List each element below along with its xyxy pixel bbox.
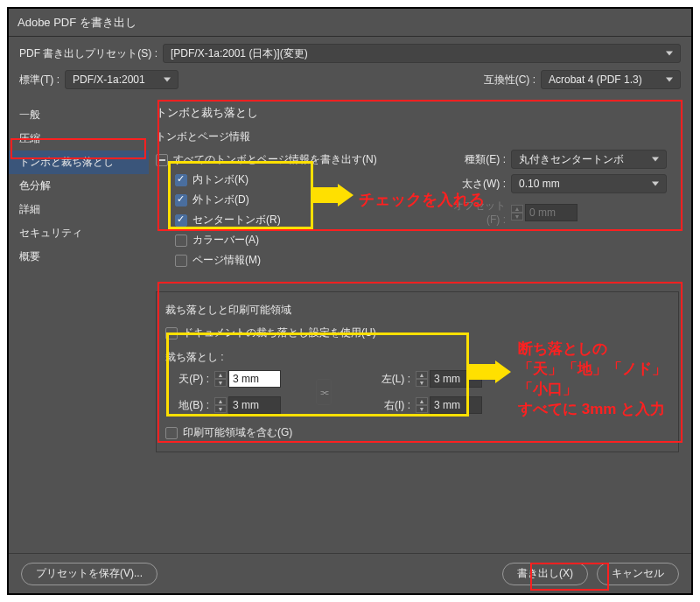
all-marks-checkbox[interactable]	[156, 154, 168, 166]
bleed-right-spinner[interactable]: ▲▼	[416, 396, 482, 414]
marks-offset-label: オフセット(F) :	[448, 199, 511, 226]
marks-offset-input	[525, 204, 578, 221]
sidebar-item-security[interactable]: セキュリティ	[9, 221, 149, 245]
marks-type-label: 種類(E) :	[448, 152, 511, 167]
bleed-left-input[interactable]	[430, 370, 482, 388]
sidebar-item-summary[interactable]: 概要	[9, 245, 149, 269]
up-arrow-icon: ▲	[511, 205, 523, 213]
category-sidebar: 一般 圧縮 トンボと裁ち落とし 色分解 詳細 セキュリティ 概要	[9, 96, 149, 551]
marks-type-value: 丸付きセンタートンボ	[519, 152, 624, 167]
use-doc-bleed-label: ドキュメントの裁ち落とし設定を使用(U)	[183, 326, 376, 340]
cancel-button[interactable]: キャンセル	[597, 563, 679, 585]
compat-value: Acrobat 4 (PDF 1.3)	[549, 74, 642, 86]
bleed-right-input[interactable]	[430, 396, 482, 414]
marks-group-title: トンボとページ情報	[156, 130, 679, 144]
marks-weight-value: 0.10 mm	[519, 178, 560, 190]
standard-label: 標準(T) :	[19, 73, 60, 88]
inner-marks-label: 内トンボ(K)	[192, 172, 248, 187]
colorbar-label: カラーバー(A)	[192, 233, 259, 248]
preset-value: [PDF/X-1a:2001 (日本)](変更)	[171, 46, 308, 61]
save-preset-button[interactable]: プリセットを保存(V)...	[21, 563, 158, 585]
bleed-group-title: 裁ち落としと印刷可能領域	[165, 303, 669, 318]
bleed-left-label: 左(L) :	[367, 372, 416, 387]
outer-marks-label: 外トンボ(D)	[192, 192, 249, 207]
include-slug-label: 印刷可能領域を含む(G)	[183, 425, 292, 440]
panel-title: トンボと裁ち落とし	[156, 105, 679, 121]
sidebar-item-general[interactable]: 一般	[9, 103, 149, 127]
marks-type-dropdown[interactable]: 丸付きセンタートンボ	[511, 150, 667, 169]
bleed-section-label: 裁ち落とし :	[165, 350, 669, 365]
center-marks-label: センタートンボ(R)	[192, 213, 281, 228]
bleed-top-label: 天(P) :	[165, 372, 214, 387]
standard-dropdown[interactable]: PDF/X-1a:2001	[65, 70, 178, 89]
export-button[interactable]: 書き出し(X)	[502, 563, 588, 585]
outer-marks-checkbox[interactable]	[175, 194, 187, 206]
center-marks-checkbox[interactable]	[175, 214, 187, 227]
use-doc-bleed-checkbox[interactable]	[165, 327, 178, 340]
sidebar-item-output[interactable]: 色分解	[9, 174, 149, 198]
bleed-top-spinner[interactable]: ▲▼	[214, 370, 281, 388]
bleed-right-label: 右(I) :	[367, 398, 416, 413]
marks-weight-label: 太さ(W) :	[448, 177, 511, 192]
bleed-bottom-spinner[interactable]: ▲▼	[214, 396, 281, 414]
sidebar-item-advanced[interactable]: 詳細	[9, 198, 149, 221]
standard-value: PDF/X-1a:2001	[73, 74, 145, 86]
preset-label: PDF 書き出しプリセット(S) :	[19, 46, 158, 61]
marks-offset-spinner: ▲▼	[511, 204, 578, 221]
marks-weight-dropdown[interactable]: 0.10 mm	[511, 174, 667, 193]
pageinfo-checkbox[interactable]	[175, 255, 187, 267]
bleed-bottom-label: 地(B) :	[165, 398, 214, 413]
bleed-bottom-input[interactable]	[228, 396, 281, 414]
include-slug-checkbox[interactable]	[165, 427, 178, 439]
colorbar-checkbox[interactable]	[175, 234, 187, 247]
sidebar-item-marks[interactable]: トンボと裁ち落とし	[9, 150, 149, 174]
bleed-left-spinner[interactable]: ▲▼	[416, 370, 482, 388]
link-icon[interactable]: ⫘	[316, 379, 332, 405]
dialog-title: Adobe PDF を書き出し	[9, 9, 691, 37]
down-arrow-icon: ▼	[511, 213, 523, 220]
compat-dropdown[interactable]: Acrobat 4 (PDF 1.3)	[541, 70, 681, 89]
bleed-top-input[interactable]	[228, 370, 281, 388]
pageinfo-label: ページ情報(M)	[192, 253, 261, 268]
sidebar-item-compression[interactable]: 圧縮	[9, 127, 149, 150]
inner-marks-checkbox[interactable]	[175, 174, 187, 186]
all-marks-label: すべてのトンボとページ情報を書き出す(N)	[173, 152, 377, 167]
compat-label: 互換性(C) :	[484, 73, 536, 88]
preset-dropdown[interactable]: [PDF/X-1a:2001 (日本)](変更)	[163, 44, 681, 63]
